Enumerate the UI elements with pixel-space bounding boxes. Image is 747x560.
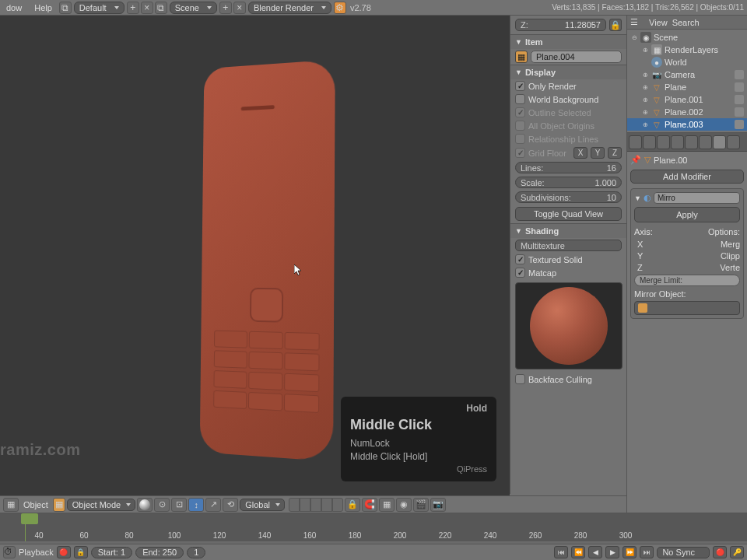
layer-1-icon[interactable] (289, 498, 300, 512)
tab-renderlayers-icon[interactable] (643, 135, 656, 149)
render-anim-icon[interactable]: 📷 (430, 498, 446, 512)
auto-keying-icon[interactable]: 🔴 (713, 546, 727, 558)
snap-icon[interactable]: 🧲 (362, 498, 377, 512)
outliner-plane001[interactable]: Plane.001 (665, 95, 731, 104)
editor-type-icon[interactable]: ☰ (630, 17, 644, 27)
render-preview-icon[interactable]: 🎬 (413, 498, 429, 512)
matcap-checkbox[interactable] (515, 268, 525, 278)
lock-time-icon[interactable]: 🔒 (74, 546, 88, 558)
play-reverse-icon[interactable]: ◀ (588, 546, 602, 558)
auto-keyframe-icon[interactable]: 🔴 (57, 546, 71, 558)
layer-2-icon[interactable] (300, 498, 310, 512)
panel-item-header[interactable]: ▼Item (510, 35, 626, 49)
menu-window[interactable]: dow (0, 0, 28, 15)
editor-type-icon[interactable]: ▦ (3, 498, 19, 512)
render-engine-dropdown[interactable]: Blender Render (248, 2, 331, 14)
keying-set-icon[interactable]: 🔑 (730, 546, 744, 558)
transform-z-field[interactable]: Z: 11.28057 (515, 19, 606, 31)
play-icon[interactable]: ▶ (605, 546, 619, 558)
outliner-renderlayers[interactable]: RenderLayers (665, 45, 744, 54)
collapse-icon[interactable]: ▼ (634, 194, 641, 202)
next-keyframe-icon[interactable]: ⏩ (622, 546, 637, 558)
shading-method-dropdown[interactable]: Multitexture (515, 240, 622, 251)
restrict-icon[interactable] (735, 95, 744, 104)
timeline-ruler[interactable]: 40 60 80 100 120 140 160 180 200 220 240… (0, 513, 747, 541)
grid-y-toggle[interactable]: Y (591, 147, 605, 159)
timeline[interactable]: 40 60 80 100 120 140 160 180 200 220 240… (0, 513, 747, 544)
outliner-plane[interactable]: Plane (665, 82, 731, 92)
snap-element-icon[interactable]: ▦ (379, 498, 395, 512)
grid-x-toggle[interactable]: X (573, 147, 587, 159)
manipulator-icon[interactable]: ↕ (188, 498, 204, 512)
layer-5-icon[interactable] (332, 498, 343, 512)
remove-layout-icon[interactable]: × (141, 2, 153, 14)
modifier-name-field[interactable]: Mirro (654, 192, 740, 204)
add-layout-icon[interactable]: + (127, 2, 139, 14)
mode-dropdown[interactable]: Object Mode (67, 499, 135, 511)
end-frame-field[interactable]: End: 250 (135, 547, 184, 558)
start-frame-field[interactable]: Start: 1 (91, 547, 132, 558)
playhead-marker[interactable] (25, 513, 26, 541)
sync-dropdown[interactable]: No Sync (657, 547, 710, 558)
lock-z-icon[interactable]: 🔒 (609, 19, 622, 31)
only-render-checkbox[interactable] (515, 81, 525, 91)
3d-viewport[interactable]: ramiz.com Hold Middle Click NumLock Midd… (0, 16, 510, 513)
menu-help[interactable]: Help (28, 0, 58, 15)
tab-world-icon[interactable] (671, 135, 684, 149)
object-menu[interactable]: Object (20, 500, 51, 509)
tab-scene-icon[interactable] (657, 135, 670, 149)
restrict-icon[interactable] (735, 107, 744, 117)
pivot-align-icon[interactable]: ⊡ (171, 498, 187, 512)
lock-camera-icon[interactable]: 🔒 (345, 498, 360, 512)
outliner-plane003[interactable]: Plane.003 (665, 120, 731, 129)
pivot-icon[interactable]: ⊙ (154, 498, 170, 512)
grid-z-toggle[interactable]: Z (608, 147, 622, 159)
view-menu[interactable]: View (649, 18, 668, 27)
add-scene-icon[interactable]: + (219, 2, 232, 14)
back-to-prev-icon[interactable]: ⧉ (59, 2, 72, 14)
apply-button[interactable]: Apply (634, 207, 740, 222)
outliner-plane002[interactable]: Plane.002 (665, 107, 731, 117)
matcap-preview[interactable] (515, 282, 622, 369)
textured-solid-checkbox[interactable] (515, 254, 525, 264)
mesh-object-phone[interactable] (200, 60, 335, 462)
translate-manip-icon[interactable]: ↗ (205, 498, 221, 512)
pin-icon[interactable]: 📌 (630, 155, 641, 165)
mirror-object-field[interactable] (634, 301, 740, 315)
editor-type-icon[interactable]: ⏱ (3, 546, 16, 558)
outliner-world[interactable]: World (665, 58, 744, 67)
merge-limit-field[interactable]: Merge Limit: (634, 275, 740, 286)
lines-field[interactable]: Lines:16 (515, 162, 622, 173)
scene-dropdown[interactable]: Scene (170, 2, 217, 14)
remove-scene-icon[interactable]: × (233, 2, 246, 14)
restrict-view-icon[interactable] (735, 70, 744, 79)
tab-data-icon[interactable] (727, 135, 740, 149)
panel-display-header[interactable]: ▼Display (510, 65, 626, 79)
panel-shading-header[interactable]: ▼Shading (510, 224, 626, 238)
playback-menu[interactable]: Playback (19, 548, 54, 557)
orientation-dropdown[interactable]: Global (240, 499, 285, 511)
outline-sel-checkbox[interactable] (515, 107, 525, 117)
tab-render-icon[interactable] (629, 135, 642, 149)
layer-3-icon[interactable] (310, 498, 321, 512)
toggle-quad-button[interactable]: Toggle Quad View (515, 207, 622, 221)
outliner-scene[interactable]: Scene (654, 33, 744, 42)
all-origins-checkbox[interactable] (515, 121, 525, 131)
world-bg-checkbox[interactable] (515, 94, 525, 104)
layer-4-icon[interactable] (321, 498, 332, 512)
jump-start-icon[interactable]: ⏮ (554, 546, 568, 558)
backface-checkbox[interactable] (515, 374, 525, 384)
tab-object-icon[interactable] (685, 135, 698, 149)
rel-lines-checkbox[interactable] (515, 134, 525, 144)
jump-end-icon[interactable]: ⏭ (640, 546, 654, 558)
screen-layout-dropdown[interactable]: Default (74, 2, 124, 14)
grid-floor-checkbox[interactable] (515, 148, 525, 158)
subdiv-field[interactable]: Subdivisions:10 (515, 191, 622, 203)
scale-field[interactable]: Scale:1.000 (515, 177, 622, 188)
tab-constraints-icon[interactable] (699, 135, 712, 149)
current-frame-field[interactable]: 1 (187, 547, 205, 558)
restrict-icon[interactable] (735, 82, 744, 92)
add-modifier-button[interactable]: Add Modifier (630, 170, 744, 184)
search-menu[interactable]: Search (672, 18, 700, 27)
tab-modifiers-icon[interactable] (713, 135, 726, 149)
